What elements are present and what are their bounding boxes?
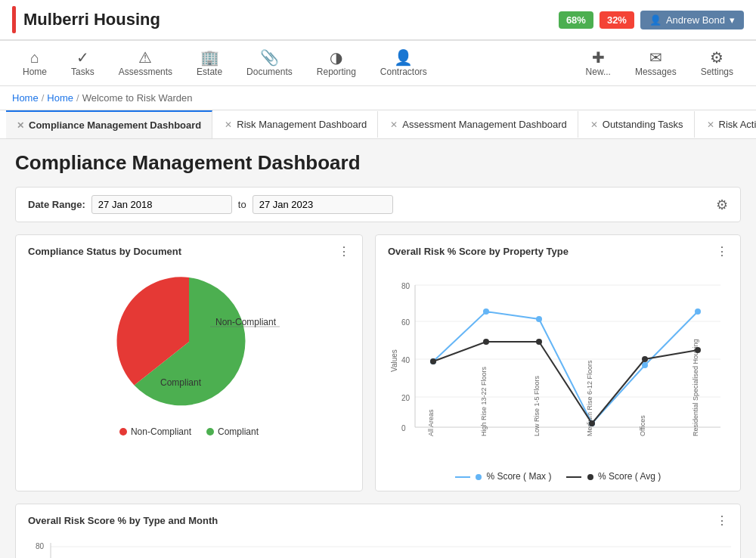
nav-settings-label: Settings	[701, 67, 733, 77]
tab-tasks-label: Outstanding Tasks	[603, 119, 683, 130]
nav-assessments-label: Assessments	[119, 67, 172, 77]
date-settings-button[interactable]: ⚙	[716, 197, 728, 213]
tab-close-compliance[interactable]: ✕	[17, 120, 24, 131]
line-avg	[433, 342, 698, 423]
tab-close-assessment[interactable]: ✕	[390, 119, 398, 130]
risk-score-month-chart: Overall Risk Score % by Type and Month ⋮…	[15, 504, 741, 558]
brand-bar: Mulberri Housing	[12, 6, 160, 33]
tasks-icon: ✓	[76, 50, 89, 65]
tab-close-tasks[interactable]: ✕	[590, 119, 598, 130]
legend-noncompliant: Non-Compliant	[119, 426, 191, 437]
settings-icon: ⚙	[710, 50, 723, 65]
date-to-input[interactable]	[253, 195, 393, 214]
nav-assessments[interactable]: ⚠ Assessments	[108, 45, 183, 82]
tab-close-risk[interactable]: ✕	[225, 119, 232, 130]
y-label-0: 0	[401, 424, 406, 432]
legend-compliant-label: Compliant	[218, 426, 259, 437]
risk-score-chart: Overall Risk % Score by Property Type ⋮ …	[375, 234, 741, 491]
legend-avg-label: % Score ( Avg )	[598, 471, 661, 482]
x-label-2: High Rise 13-22 Floors	[480, 366, 488, 436]
breadcrumb-sep1: /	[42, 92, 45, 104]
nav-new[interactable]: ✚ New...	[575, 45, 621, 82]
nav-messages[interactable]: ✉ Messages	[624, 45, 687, 82]
nav-contractors[interactable]: 👤 Contractors	[370, 45, 438, 82]
breadcrumb-home2-link[interactable]: Home	[47, 92, 73, 104]
tabs-bar: ✕ Compliance Management Dashboard ✕ Risk…	[0, 110, 756, 139]
pie-legend: Non-Compliant Compliant	[119, 426, 259, 437]
charts-top-row: Compliance Status by Document ⋮ Non-Comp…	[15, 234, 741, 491]
dot-max-6	[695, 308, 701, 315]
new-icon: ✚	[592, 50, 605, 65]
y-label-60: 60	[401, 318, 411, 327]
user-name: Andrew Bond	[666, 14, 725, 26]
date-to-label: to	[238, 199, 246, 210]
brand-accent	[12, 6, 16, 33]
date-range-bar: Date Range: to ⚙	[15, 187, 741, 222]
legend-compliant-dot	[206, 428, 214, 436]
y-label-80: 80	[401, 282, 411, 290]
pie-noncompliant-label: Non-Compliant	[215, 317, 277, 327]
tab-actions-label: Risk Actions	[719, 119, 757, 130]
dot-avg-1	[430, 358, 436, 364]
dot-max-2	[483, 308, 489, 315]
nav-contractors-label: Contractors	[380, 67, 427, 77]
tab-risk-actions[interactable]: ✕ Risk Actions	[696, 111, 757, 138]
breadcrumb: Home / Home / Welcome to Risk Warden	[0, 86, 756, 110]
x-label-3: Low Rise 1-5 Floors	[533, 375, 541, 436]
legend-noncompliant-label: Non-Compliant	[131, 426, 191, 437]
nav-home[interactable]: ⌂ Home	[12, 45, 57, 82]
chart3-title: Overall Risk Score % by Type and Month	[28, 515, 218, 526]
date-from-input[interactable]	[91, 195, 232, 214]
tab-compliance-management[interactable]: ✕ Compliance Management Dashboard	[6, 110, 212, 138]
tab-assessment-management[interactable]: ✕ Assessment Management Dashboard	[380, 111, 578, 138]
dot-avg-5	[642, 356, 648, 362]
chart3-y-80: 80	[36, 542, 45, 550]
pie-chart-svg: Non-Compliant Compliant	[98, 266, 280, 417]
nav-tasks[interactable]: ✓ Tasks	[60, 45, 105, 82]
chart2-legend: % Score ( Max ) % Score ( Avg )	[388, 471, 728, 482]
dot-avg-4	[589, 420, 595, 426]
x-label-1: All Areas	[427, 409, 435, 436]
date-range-label: Date Range:	[28, 199, 85, 210]
pie-compliant-label: Compliant	[160, 377, 202, 388]
chart3-header: Overall Risk Score % by Type and Month ⋮	[28, 513, 728, 528]
score-green-badge: 68%	[559, 11, 593, 29]
chart1-menu-button[interactable]: ⋮	[338, 244, 350, 259]
chart2-menu-button[interactable]: ⋮	[716, 244, 728, 259]
nav-new-label: New...	[586, 67, 611, 77]
score-red-badge: 32%	[600, 11, 634, 29]
dot-avg-2	[483, 339, 489, 345]
chart1-header: Compliance Status by Document ⋮	[28, 244, 350, 259]
nav-reporting[interactable]: ◑ Reporting	[306, 45, 367, 82]
tab-risk-management[interactable]: ✕ Risk Management Dashboard	[214, 111, 378, 138]
chart2-container: 80 60 40 20 0 Values	[388, 266, 728, 482]
brand-title: Mulberri Housing	[23, 10, 160, 29]
breadcrumb-current: Welcome to Risk Warden	[82, 92, 193, 104]
nav-documents[interactable]: 📎 Documents	[236, 45, 303, 82]
home-icon: ⌂	[30, 50, 39, 65]
nav-estate[interactable]: 🏢 Estate	[186, 45, 233, 82]
tab-outstanding-tasks[interactable]: ✕ Outstanding Tasks	[580, 111, 695, 138]
legend-max-label: % Score ( Max )	[486, 471, 551, 482]
pie-chart-container: Non-Compliant Compliant Non-Compliant Co…	[28, 266, 350, 437]
dropdown-arrow: ▾	[730, 14, 735, 26]
nav-settings[interactable]: ⚙ Settings	[690, 45, 744, 82]
x-label-5: Offices	[639, 415, 646, 436]
y-label-20: 20	[401, 394, 411, 402]
tab-compliance-label: Compliance Management Dashboard	[29, 119, 201, 131]
nav-messages-label: Messages	[635, 67, 677, 77]
dot-max-5	[642, 362, 648, 368]
breadcrumb-home-link[interactable]: Home	[12, 92, 39, 104]
messages-icon: ✉	[649, 50, 662, 65]
contractors-icon: 👤	[394, 50, 413, 65]
main-content: Compliance Management Dashboard Date Ran…	[0, 139, 756, 558]
chart1-title: Compliance Status by Document	[28, 246, 181, 257]
nav-reporting-label: Reporting	[317, 67, 356, 77]
tab-close-actions[interactable]: ✕	[707, 119, 714, 130]
user-menu[interactable]: 👤 Andrew Bond ▾	[640, 11, 744, 29]
dot-avg-3	[536, 339, 542, 345]
nav-bar: ⌂ Home ✓ Tasks ⚠ Assessments 🏢 Estate 📎 …	[0, 41, 756, 86]
nav-estate-label: Estate	[197, 67, 222, 77]
chart3-menu-button[interactable]: ⋮	[716, 513, 728, 528]
assessments-icon: ⚠	[138, 50, 152, 65]
